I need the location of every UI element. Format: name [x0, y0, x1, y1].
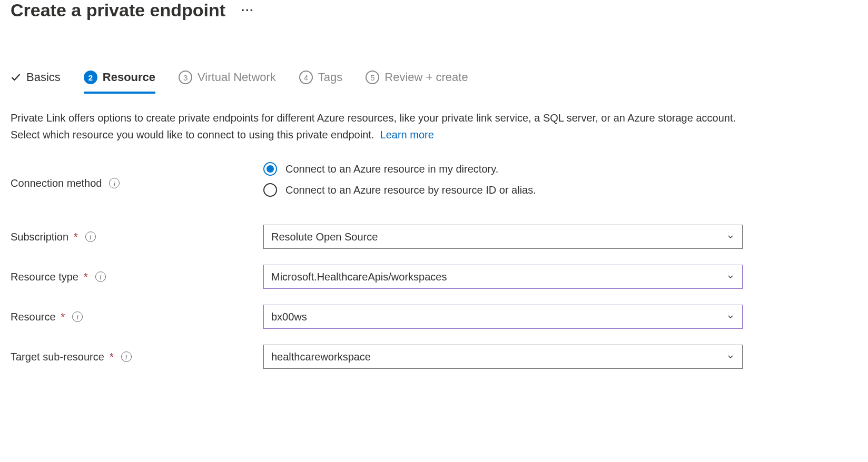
tab-virtual-network[interactable]: 3 Virtual Network [179, 71, 276, 94]
info-icon[interactable]: i [109, 178, 120, 188]
tab-review-label: Review + create [384, 71, 468, 84]
required-asterisk: * [61, 311, 65, 323]
radio-connect-alias[interactable]: Connect to an Azure resource by resource… [263, 183, 743, 197]
resource-dropdown[interactable]: bx00ws [263, 305, 743, 329]
step-4-badge: 4 [299, 71, 313, 84]
tab-resource[interactable]: 2 Resource [84, 71, 155, 94]
target-sub-resource-value: healthcareworkspace [271, 351, 371, 363]
row-resource: Resource* i bx00ws [11, 304, 743, 329]
subscription-dropdown[interactable]: Resolute Open Source [263, 225, 743, 249]
step-2-badge: 2 [84, 71, 97, 84]
tab-basics[interactable]: Basics [11, 71, 61, 94]
connection-method-label: Connection method i [11, 177, 263, 189]
radio-directory-label: Connect to an Azure resource in my direc… [285, 163, 498, 175]
resource-type-value: Microsoft.HealthcareApis/workspaces [271, 271, 447, 283]
checkmark-icon [11, 72, 21, 83]
learn-more-link[interactable]: Learn more [380, 129, 434, 140]
radio-alias-label: Connect to an Azure resource by resource… [285, 184, 536, 196]
resource-type-label: Resource type* i [11, 271, 263, 283]
radio-connect-directory[interactable]: Connect to an Azure resource in my direc… [263, 162, 743, 176]
row-subscription: Subscription* i Resolute Open Source [11, 224, 743, 249]
page-title-text: Create a private endpoint [11, 0, 225, 21]
target-sub-resource-dropdown[interactable]: healthcareworkspace [263, 345, 743, 369]
resource-value: bx00ws [271, 311, 307, 323]
wizard-tabs: Basics 2 Resource 3 Virtual Network 4 Ta… [11, 71, 857, 94]
resource-form: Connection method i Connect to an Azure … [11, 162, 743, 369]
subscription-value: Resolute Open Source [271, 231, 378, 243]
radio-icon [263, 162, 277, 176]
required-asterisk: * [110, 351, 114, 363]
tab-resource-label: Resource [103, 71, 155, 84]
more-actions-icon[interactable]: ··· [241, 4, 254, 17]
required-asterisk: * [74, 231, 78, 243]
info-icon[interactable]: i [121, 351, 132, 362]
info-icon[interactable]: i [95, 272, 106, 282]
subscription-label: Subscription* i [11, 231, 263, 243]
tab-tags-label: Tags [318, 71, 342, 84]
required-asterisk: * [84, 271, 88, 283]
radio-icon [263, 183, 277, 197]
chevron-down-icon [726, 273, 735, 281]
step-3-badge: 3 [179, 71, 192, 84]
resource-label: Resource* i [11, 311, 263, 323]
chevron-down-icon [726, 233, 735, 241]
step-5-badge: 5 [366, 71, 379, 84]
resource-type-dropdown[interactable]: Microsoft.HealthcareApis/workspaces [263, 265, 743, 289]
tab-review-create[interactable]: 5 Review + create [366, 71, 468, 94]
tab-vnet-label: Virtual Network [198, 71, 276, 84]
tab-tags[interactable]: 4 Tags [299, 71, 342, 94]
chevron-down-icon [726, 313, 735, 321]
page-title: Create a private endpoint ··· [11, 0, 857, 21]
row-target-sub-resource: Target sub-resource* i healthcareworkspa… [11, 344, 743, 369]
row-resource-type: Resource type* i Microsoft.HealthcareApi… [11, 264, 743, 289]
tab-description: Private Link offers options to create pr… [11, 109, 737, 143]
info-icon[interactable]: i [85, 232, 96, 242]
target-sub-resource-label: Target sub-resource* i [11, 351, 263, 363]
info-icon[interactable]: i [72, 312, 83, 322]
description-text: Private Link offers options to create pr… [11, 112, 736, 140]
chevron-down-icon [726, 353, 735, 361]
tab-basics-label: Basics [26, 71, 61, 84]
row-connection-method: Connection method i Connect to an Azure … [11, 162, 743, 204]
